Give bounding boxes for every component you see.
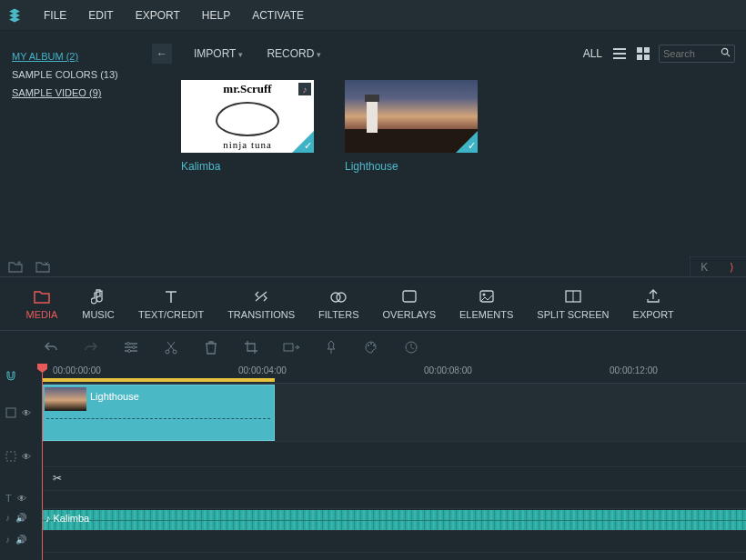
browser-toolbar: ← IMPORT▾ RECORD▾ ALL [179, 40, 735, 67]
svg-point-19 [368, 345, 369, 346]
svg-point-13 [127, 343, 130, 345]
overlay-track-2[interactable]: ✂ [42, 467, 746, 491]
media-thumbnails: mr.Scruff ninja tuna ♪ ✓ Kalimba ✓ [179, 80, 735, 173]
eye-icon[interactable]: 👁 [17, 494, 26, 504]
pin-button[interactable] [322, 338, 340, 356]
ruler-tick: 00:00:08:00 [424, 365, 472, 375]
audio-icon: ♪ [298, 83, 311, 95]
color-button[interactable] [362, 338, 380, 356]
tab-transitions[interactable]: TRANSITIONS [220, 287, 302, 320]
settings-icon[interactable] [122, 338, 140, 356]
speaker-icon[interactable]: 🔊 [15, 513, 26, 523]
tab-overlays[interactable]: OVERLAYS [376, 287, 444, 320]
view-list-icon[interactable] [611, 45, 628, 62]
next-frame-button[interactable]: ⟩ [719, 257, 747, 276]
svg-rect-1 [644, 47, 650, 53]
cut-button[interactable] [162, 338, 180, 356]
audio-track-2-icon[interactable]: ♪ 🔊 [5, 535, 26, 545]
scissors-icon: ✂ [53, 472, 62, 485]
note-icon: ♪ [45, 513, 51, 524]
import-dropdown[interactable]: IMPORT▾ [194, 47, 243, 60]
menu-edit[interactable]: EDIT [77, 9, 124, 22]
sidebar-item-my-album[interactable]: MY ALBUM (2) [12, 47, 159, 65]
svg-rect-0 [637, 47, 642, 53]
overlay-track-icon[interactable]: 👁 [5, 451, 31, 462]
transitions-icon [252, 287, 270, 305]
audio-track-1-icon[interactable]: ♪ 🔊 [5, 513, 26, 523]
text-track[interactable] [42, 491, 746, 509]
text-icon [162, 287, 180, 305]
view-grid-icon[interactable] [635, 45, 651, 62]
tab-elements[interactable]: ELEMENTS [452, 287, 520, 320]
eye-icon[interactable]: 👁 [22, 452, 31, 462]
svg-rect-8 [403, 291, 416, 302]
export-icon [644, 287, 662, 305]
audio-track-2[interactable] [42, 531, 746, 553]
filters-icon [329, 287, 348, 305]
album-art-text-top: mr.Scruff [181, 80, 314, 96]
svg-point-4 [721, 48, 727, 54]
audio-track-1[interactable]: ♪ Kalimba [42, 509, 746, 531]
svg-rect-3 [644, 55, 650, 60]
waveform [42, 510, 746, 530]
video-track[interactable]: Lighthouse [42, 384, 746, 442]
overlay-track[interactable] [42, 442, 746, 467]
selection-range[interactable] [42, 378, 275, 382]
svg-rect-24 [6, 452, 15, 461]
svg-point-15 [128, 350, 131, 353]
audio-clip[interactable]: ♪ Kalimba [42, 510, 746, 530]
main-tabs: MEDIA MUSIC TEXT/CREDIT TRANSITIONS FILT… [0, 276, 746, 331]
media-item-lighthouse[interactable]: ✓ Lighthouse [345, 80, 478, 173]
timeline[interactable]: 👁 👁 T 👁 ♪ 🔊 ♪ 🔊 00:00:00:00 00:00:04:00 … [0, 364, 746, 560]
tab-splitscreen[interactable]: SPLIT SCREEN [529, 287, 616, 320]
filter-all[interactable]: ALL [583, 47, 602, 60]
tab-filters[interactable]: FILTERS [311, 287, 366, 320]
svg-point-17 [173, 350, 176, 354]
clip-thumbnail [45, 387, 86, 411]
svg-point-20 [370, 343, 372, 345]
speaker-icon[interactable]: 🔊 [15, 535, 26, 545]
video-clip[interactable]: Lighthouse [42, 385, 275, 441]
detach-button[interactable] [282, 338, 300, 356]
menu-export[interactable]: EXPORT [125, 9, 191, 22]
search-box[interactable] [659, 45, 735, 63]
menu-activate[interactable]: ACTIVATE [241, 9, 315, 22]
ruler-tick: 00:00:12:00 [610, 365, 658, 375]
eye-icon[interactable]: 👁 [22, 408, 31, 418]
redo-button[interactable] [82, 338, 100, 356]
tab-export[interactable]: EXPORT [626, 287, 681, 320]
search-input[interactable] [663, 48, 721, 59]
check-icon: ✓ [468, 140, 476, 152]
new-folder-icon[interactable] [7, 258, 24, 275]
menu-bar: FILE EDIT EXPORT HELP ACTIVATE [0, 0, 746, 31]
menu-file[interactable]: FILE [33, 9, 77, 22]
magnet-icon[interactable] [5, 371, 16, 382]
media-sidebar: MY ALBUM (2) SAMPLE COLORS (13) SAMPLE V… [0, 31, 168, 276]
tab-music[interactable]: MUSIC [75, 287, 122, 320]
clip-label: ♪ Kalimba [45, 513, 89, 524]
sidebar-item-sample-colors[interactable]: SAMPLE COLORS (13) [12, 65, 159, 84]
back-button[interactable]: ← [152, 44, 172, 64]
clip-label: Lighthouse [90, 391, 139, 402]
media-item-kalimba[interactable]: mr.Scruff ninja tuna ♪ ✓ Kalimba [181, 80, 314, 173]
tab-media[interactable]: MEDIA [18, 287, 66, 320]
tab-text[interactable]: TEXT/CREDIT [131, 287, 211, 320]
sidebar-item-sample-video[interactable]: SAMPLE VIDEO (9) [12, 84, 159, 102]
playhead[interactable] [42, 364, 43, 560]
video-track-icon[interactable]: 👁 [5, 407, 31, 418]
delete-folder-icon[interactable] [35, 258, 51, 275]
splitscreen-icon [564, 287, 582, 305]
media-browser: MY ALBUM (2) SAMPLE COLORS (13) SAMPLE V… [0, 31, 746, 276]
svg-line-5 [727, 54, 730, 56]
crop-button[interactable] [242, 338, 260, 356]
ruler-tick: 00:00:00:00 [53, 365, 101, 375]
prev-frame-button[interactable]: K [691, 257, 719, 276]
search-icon [721, 47, 731, 60]
speed-button[interactable] [402, 338, 420, 356]
record-dropdown[interactable]: RECORD▾ [267, 47, 321, 60]
menu-help[interactable]: HELP [191, 9, 241, 22]
text-track-icon[interactable]: T 👁 [5, 493, 26, 504]
undo-button[interactable] [42, 338, 60, 356]
delete-button[interactable] [202, 338, 220, 356]
folder-icon [33, 287, 51, 305]
